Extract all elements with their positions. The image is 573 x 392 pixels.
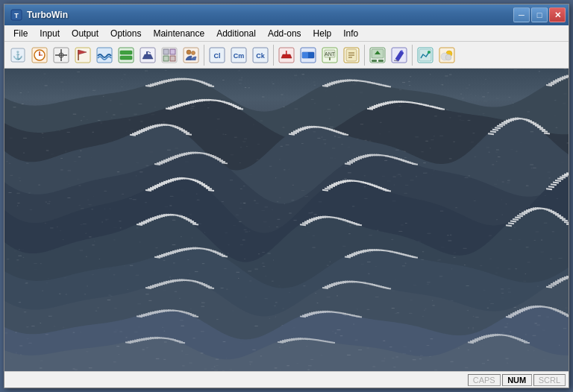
- svg-text:T: T: [14, 12, 19, 19]
- svg-text:⚓: ⚓: [13, 50, 23, 60]
- ocean-background: [4, 69, 569, 371]
- toolbar-btn-red-ship[interactable]: [276, 45, 297, 66]
- svg-rect-13: [75, 48, 90, 63]
- toolbar-btn-vessel[interactable]: [137, 45, 158, 66]
- svg-point-30: [187, 50, 191, 54]
- menu-item-options[interactable]: Options: [104, 25, 147, 41]
- toolbar-btn-scroll[interactable]: [341, 45, 362, 66]
- toolbar-btn-flag[interactable]: [72, 45, 93, 66]
- svg-text:Cl: Cl: [214, 52, 221, 60]
- title-bar: T TurboWin ─ □ ✕: [4, 4, 569, 25]
- svg-rect-18: [120, 51, 132, 54]
- content-area: [4, 69, 569, 371]
- toolbar-btn-ck[interactable]: Ck: [250, 45, 271, 66]
- toolbar-btn-grid[interactable]: [159, 45, 180, 66]
- svg-point-67: [445, 54, 451, 60]
- toolbar-btn-signal[interactable]: ANT: [319, 45, 340, 66]
- toolbar-btn-wave[interactable]: [94, 45, 115, 66]
- menu-item-help[interactable]: Help: [307, 25, 338, 41]
- menu-item-additional[interactable]: Additional: [210, 25, 262, 41]
- svg-text:Ck: Ck: [256, 52, 265, 60]
- svg-point-63: [428, 51, 430, 54]
- scrl-indicator: SCRL: [533, 374, 566, 386]
- menu-bar: File Input Output Options Maintenance Ad…: [4, 25, 569, 42]
- menu-item-addons[interactable]: Add-ons: [262, 25, 307, 41]
- toolbar-btn-blue-bar[interactable]: [298, 45, 319, 66]
- svg-rect-43: [302, 52, 308, 58]
- status-bar: CAPS NUM SCRL: [4, 371, 569, 388]
- toolbar-btn-green[interactable]: [116, 45, 137, 66]
- maximize-button[interactable]: □: [531, 7, 548, 22]
- svg-rect-26: [170, 49, 175, 54]
- svg-rect-19: [120, 56, 132, 60]
- svg-marker-39: [281, 54, 292, 58]
- toolbar-btn-cl[interactable]: Cl: [207, 45, 228, 66]
- toolbar: ⚓: [4, 42, 569, 69]
- toolbar-btn-compass[interactable]: [51, 45, 72, 66]
- svg-rect-25: [163, 49, 169, 54]
- app-icon: T: [10, 9, 22, 21]
- svg-text:Cm: Cm: [234, 52, 245, 60]
- toolbar-sep-4: [412, 45, 413, 66]
- toolbar-sep-1: [204, 45, 204, 66]
- window-title: TurboWin: [27, 10, 68, 20]
- toolbar-btn-pen[interactable]: [389, 45, 410, 66]
- toolbar-btn-cm[interactable]: Cm: [228, 45, 249, 66]
- svg-rect-56: [372, 60, 377, 62]
- num-indicator: NUM: [502, 374, 532, 386]
- menu-item-info[interactable]: Info: [337, 25, 364, 41]
- menu-item-file[interactable]: File: [7, 25, 34, 41]
- minimize-button[interactable]: ─: [513, 7, 530, 22]
- svg-text:ANT: ANT: [325, 51, 336, 57]
- close-button[interactable]: ✕: [549, 7, 566, 22]
- title-bar-controls: ─ □ ✕: [513, 7, 566, 22]
- svg-rect-17: [119, 48, 134, 63]
- svg-point-31: [192, 51, 195, 54]
- caps-indicator: CAPS: [468, 374, 501, 386]
- svg-point-8: [39, 54, 40, 56]
- toolbar-btn-upload[interactable]: [367, 45, 388, 66]
- svg-rect-40: [286, 51, 287, 54]
- toolbar-sep-3: [364, 45, 365, 66]
- toolbar-btn-clock[interactable]: [29, 45, 50, 66]
- toolbar-sep-2: [273, 45, 274, 66]
- title-bar-left: T TurboWin: [10, 9, 68, 21]
- svg-rect-57: [378, 60, 383, 62]
- svg-rect-28: [170, 56, 175, 61]
- toolbar-btn-people[interactable]: [181, 45, 201, 66]
- toolbar-btn-weather[interactable]: [436, 45, 457, 66]
- svg-rect-22: [146, 51, 148, 54]
- svg-rect-27: [163, 56, 169, 61]
- main-window: T TurboWin ─ □ ✕ File Input Output Optio…: [4, 4, 569, 388]
- menu-item-input[interactable]: Input: [34, 25, 66, 41]
- menu-item-output[interactable]: Output: [66, 25, 104, 41]
- toolbar-btn-chart[interactable]: [415, 45, 436, 66]
- menu-item-maintenance[interactable]: Maintenance: [147, 25, 210, 41]
- toolbar-btn-ship[interactable]: ⚓: [7, 45, 28, 66]
